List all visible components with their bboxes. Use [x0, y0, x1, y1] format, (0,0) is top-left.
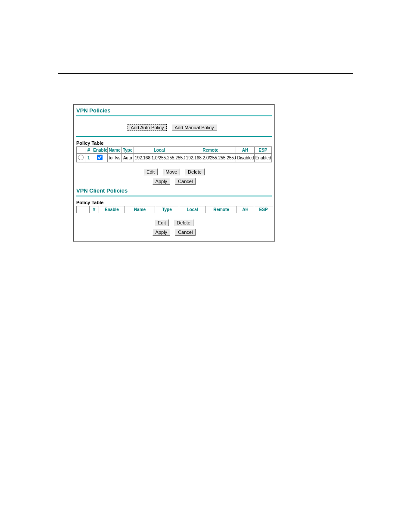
page: VPN Policies Add Auto Policy Add Manual … — [0, 0, 411, 440]
delete-button[interactable]: Delete — [185, 168, 205, 175]
row-local: 192.168.1.0/255.255.255.0 — [134, 154, 185, 162]
row-ah: Disabled — [236, 154, 254, 162]
col-num: # — [90, 206, 99, 213]
col-type: Type — [121, 147, 134, 154]
row-name: to_fvs — [108, 154, 121, 162]
add-auto-policy-button[interactable]: Add Auto Policy — [128, 124, 167, 131]
col-remote: Remote — [206, 206, 237, 213]
col-ah: AH — [237, 206, 254, 213]
row-enable-checkbox[interactable] — [97, 155, 103, 160]
col-name: Name — [108, 147, 121, 154]
vpn-client-policies-title: VPN Client Policies — [74, 187, 274, 195]
cancel-button[interactable]: Cancel — [175, 178, 196, 185]
bottom-rule — [58, 440, 353, 440]
add-manual-policy-button[interactable]: Add Manual Policy — [172, 124, 217, 131]
client-action-row-2: Apply Cancel — [74, 228, 274, 237]
col-num: # — [85, 147, 92, 154]
col-enable: Enable — [99, 206, 125, 213]
row-esp: Enabled — [254, 154, 271, 162]
top-rule — [58, 73, 353, 74]
action-row-1: Edit Move Delete — [74, 162, 274, 177]
col-remote: Remote — [185, 147, 236, 154]
row-select-radio[interactable] — [78, 155, 84, 160]
table-header-row: # Enable Name Type Local Remote AH ESP — [77, 147, 272, 154]
edit-button[interactable]: Edit — [143, 168, 158, 175]
col-enable: Enable — [92, 147, 108, 154]
apply-button[interactable]: Apply — [153, 178, 171, 185]
col-esp: ESP — [254, 206, 273, 213]
col-type: Type — [155, 206, 179, 213]
col-esp: ESP — [254, 147, 271, 154]
delete-button-client[interactable]: Delete — [174, 219, 193, 226]
col-select — [77, 147, 85, 154]
client-action-row-1: Edit Delete — [74, 213, 274, 228]
table-header-row: # Enable Name Type Local Remote AH ESP — [77, 206, 273, 213]
policy-table-1: # Enable Name Type Local Remote AH ESP 1… — [76, 146, 272, 162]
apply-button-client[interactable]: Apply — [153, 229, 171, 236]
row-type: Auto — [121, 154, 134, 162]
vpn-policies-title: VPN Policies — [74, 105, 274, 115]
table-row: 1 to_fvs Auto 192.168.1.0/255.255.255.0 … — [77, 154, 272, 162]
col-local: Local — [134, 147, 185, 154]
move-button[interactable]: Move — [162, 168, 180, 175]
row-remote: 192.168.2.0/255.255.255.0 — [185, 154, 236, 162]
panel: VPN Policies Add Auto Policy Add Manual … — [73, 104, 275, 242]
col-local: Local — [179, 206, 206, 213]
col-ah: AH — [236, 147, 254, 154]
col-name: Name — [125, 206, 155, 213]
policy-table-label: Policy Table — [74, 137, 274, 146]
edit-button-client[interactable]: Edit — [155, 219, 169, 226]
policy-table-label-2: Policy Table — [74, 196, 274, 206]
row-num: 1 — [85, 154, 92, 162]
action-row-2: Apply Cancel — [74, 177, 274, 187]
cancel-button-client[interactable]: Cancel — [175, 229, 196, 236]
policy-table-2: # Enable Name Type Local Remote AH ESP — [76, 206, 273, 213]
col-select — [77, 206, 90, 213]
add-buttons-row: Add Auto Policy Add Manual Policy — [74, 116, 274, 135]
